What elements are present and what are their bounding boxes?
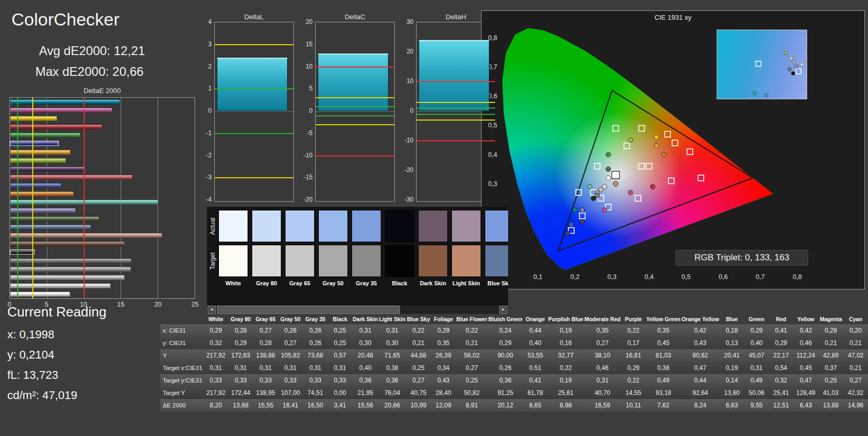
value-cell: 10,99 (406, 399, 431, 412)
value-cell: 6,43 (794, 399, 819, 412)
value-cell: 0,35 (431, 337, 456, 349)
value-cell: 0,24 (488, 324, 523, 337)
measured-point (662, 152, 666, 157)
scrollbar-thumb[interactable] (217, 306, 400, 314)
inset-measured-point (800, 63, 804, 67)
scroll-right-button[interactable]: ► (499, 306, 508, 314)
axis-tick-label: 15 (117, 301, 124, 308)
measured-point (573, 208, 577, 213)
swatch-grid: WhiteGray 80Gray 65Gray 50Gray 35BlackDa… (207, 207, 508, 314)
value-cell: 217,92 (203, 349, 228, 362)
value-cell: 0,45 (794, 362, 819, 374)
measured-point (602, 208, 607, 213)
value-cell: 0,25 (456, 374, 488, 387)
swatch-column-label: Light Skin (449, 280, 483, 286)
reference-line (215, 177, 293, 178)
value-cell: 0,21 (456, 337, 488, 349)
value-cell: 0,26 (303, 337, 328, 349)
value-cell: 0,41 (769, 324, 793, 337)
delta-e-bar-purple (10, 166, 85, 171)
value-cell: 0,18 (720, 324, 744, 337)
delta-l-axis-labels: 43210-1-2-3-4 (199, 22, 213, 202)
axis-tick-label: -2 (206, 152, 212, 159)
value-cell: 0,38 (379, 362, 406, 374)
value-cell: 0,29 (769, 337, 793, 349)
value-cell: 0,43 (431, 374, 456, 387)
delta-c-chart-title: DeltaC (315, 13, 395, 21)
axis-tick-label: 5 (309, 85, 313, 92)
cie-inset-svg (717, 30, 807, 99)
column-header: Black (328, 314, 352, 324)
swatch-column-label: Gray 50 (316, 280, 350, 286)
value-cell: 0,49 (744, 374, 769, 387)
reference-line (316, 124, 394, 125)
inset-measured-point (765, 94, 768, 97)
value-cell: 0,49 (646, 374, 681, 387)
swatch-column-label: White (216, 280, 250, 286)
axis-tick-label: 0,4 (488, 151, 497, 158)
value-cell: 0,29 (431, 324, 456, 337)
value-cell: 0,37 (818, 362, 843, 374)
value-cell: 0,42 (794, 324, 819, 337)
delta-e-bar-blue-sky (10, 224, 91, 230)
column-header: Magenta (818, 314, 843, 324)
value-cell: 40,75 (406, 387, 431, 399)
value-cell: 0,28 (228, 324, 253, 337)
value-cell: 0,33 (328, 374, 352, 387)
value-cell: 15,55 (253, 399, 278, 412)
delta-e-bar-moderate-red (10, 175, 133, 180)
axis-tick-label: 20 (154, 301, 162, 308)
swatch-scrollbar[interactable]: ◄ ► (207, 305, 508, 314)
row-label: Target Y (160, 387, 203, 399)
value-cell: 0,33 (203, 374, 228, 387)
zero-line (215, 111, 293, 112)
delta-l-plot (214, 22, 294, 202)
value-cell: 0,41 (523, 374, 548, 387)
results-table: WhiteGray 80Gray 65Gray 50Gray 35BlackDa… (160, 314, 868, 412)
value-cell: 20,66 (379, 399, 406, 412)
scroll-left-button[interactable]: ◄ (208, 306, 216, 314)
measured-point (565, 231, 570, 236)
value-cell: 0,29 (228, 337, 253, 349)
value-cell: 0,36 (352, 374, 378, 387)
column-header: Gray 80 (228, 314, 253, 324)
value-cell: 112,24 (794, 349, 819, 362)
value-cell: 0,25 (328, 337, 352, 349)
column-header: Red (769, 314, 793, 324)
value-cell: 80,62 (681, 349, 719, 362)
value-cell: 20,12 (488, 399, 523, 412)
value-cell: 0,46 (584, 362, 621, 374)
value-cell: 138,88 (253, 349, 278, 362)
value-cell: 172,44 (228, 387, 253, 399)
value-cell: 0,27 (406, 374, 431, 387)
axis-tick-label: 0,4 (644, 273, 653, 281)
axis-tick-label: 0,5 (682, 273, 691, 281)
value-cell: 0,35 (584, 324, 621, 337)
column-header: Moderate Red (584, 314, 621, 324)
value-cell: 0,31 (228, 362, 253, 374)
measured-point (606, 176, 611, 180)
value-cell: 28,40 (431, 387, 456, 399)
value-cell: 0,21 (844, 337, 868, 349)
table-row: y: CIE310,320,290,280,270,260,250,300,30… (160, 337, 868, 349)
swatch-target-gray-65 (285, 245, 315, 277)
axis-tick-label: 30 (407, 18, 413, 25)
bar-slot (10, 173, 195, 181)
swatch-actual-blue-sky (485, 210, 508, 242)
axis-tick-label: 0 (208, 107, 212, 114)
value-cell: 0,22 (456, 324, 488, 337)
delta-e-chart-title: DeltaE 2000 (9, 87, 195, 95)
bar-slot (10, 114, 195, 123)
bar-slot (10, 190, 195, 198)
column-header: Yellow (794, 314, 819, 324)
current-reading-x: x: 0,1998 (7, 328, 55, 341)
value-cell: 93,18 (646, 387, 681, 399)
value-cell: 32,77 (548, 349, 584, 362)
value-cell: 0,34 (431, 362, 456, 374)
value-cell: 0,29 (203, 324, 228, 337)
value-cell: 41,03 (818, 387, 843, 399)
bar-slot (10, 273, 195, 282)
value-cell: 15,56 (352, 399, 378, 412)
reference-line (316, 115, 394, 116)
value-cell: 0,27 (253, 324, 278, 337)
